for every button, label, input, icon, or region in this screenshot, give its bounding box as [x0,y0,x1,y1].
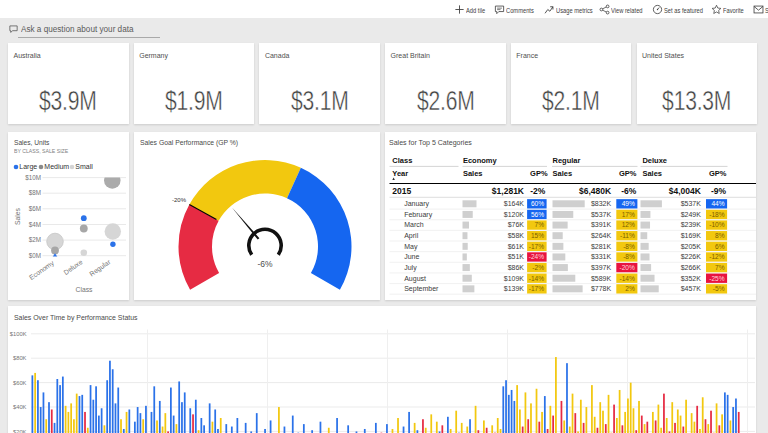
svg-text:Sales: Sales [552,168,572,177]
svg-text:56%: 56% [530,210,543,217]
svg-text:-18%: -18% [709,210,725,217]
svg-text:$40K: $40K [13,404,27,410]
svg-text:April: April [404,232,418,240]
svg-text:$264K: $264K [590,232,611,239]
svg-text:12%: 12% [621,221,634,228]
svg-text:$76K: $76K [507,221,524,228]
svg-text:-20%: -20% [172,196,187,202]
svg-text:-17%: -17% [528,242,544,249]
svg-text:$58K: $58K [507,232,524,239]
svg-text:July: July [404,263,417,271]
svg-text:$778K: $778K [590,285,611,292]
svg-text:GP%: GP% [709,168,727,177]
svg-text:$10M: $10M [25,173,41,180]
svg-text:$60K: $60K [13,379,27,385]
svg-text:-20%: -20% [619,263,635,270]
svg-text:$239K: $239K [680,221,701,228]
svg-text:8%: 8% [715,232,725,239]
svg-text:$2M: $2M [29,236,41,243]
svg-text:-8%: -8% [623,242,635,249]
svg-text:$331K: $331K [590,253,611,260]
svg-text:-6%: -6% [257,258,273,268]
svg-text:6%: 6% [715,242,725,249]
svg-text:-2%: -2% [532,263,544,270]
svg-text:February: February [404,210,433,218]
svg-text:-25%: -25% [709,274,725,281]
svg-text:$249K: $249K [680,210,701,217]
svg-text:Class: Class [76,286,94,293]
svg-text:Economy: Economy [462,155,497,164]
svg-text:August: August [404,274,426,282]
svg-text:-5%: -5% [712,285,724,292]
svg-text:$139K: $139K [503,285,524,292]
svg-text:-8%: -8% [623,253,635,260]
svg-text:-6%: -6% [621,186,637,196]
svg-text:$6,480K: $6,480K [579,186,612,196]
svg-text:$100K: $100K [10,330,27,336]
svg-text:$391K: $391K [590,221,611,228]
svg-text:-11%: -11% [619,232,634,239]
svg-text:Year: Year [392,168,408,177]
svg-text:$205K: $205K [680,242,701,249]
svg-text:Economy: Economy [28,258,56,281]
svg-text:$397K: $397K [590,263,611,270]
svg-text:$120K: $120K [503,210,524,217]
svg-text:GP%: GP% [530,168,548,177]
svg-text:$164K: $164K [503,200,524,207]
svg-text:Sales: Sales [642,168,662,177]
svg-text:$537K: $537K [590,210,611,217]
svg-text:60%: 60% [530,200,543,207]
svg-text:$8M: $8M [29,189,41,196]
svg-text:January: January [404,200,429,208]
svg-text:March: March [404,221,424,228]
svg-text:$457K: $457K [680,285,701,292]
svg-text:Regular: Regular [552,155,580,164]
svg-text:$86K: $86K [507,263,524,270]
svg-text:$0M: $0M [29,251,41,258]
svg-text:2015: 2015 [392,186,411,196]
svg-text:15%: 15% [530,232,543,239]
svg-text:$61K: $61K [507,242,524,249]
svg-text:$832K: $832K [590,200,611,207]
svg-text:$226K: $226K [680,253,701,260]
svg-text:$1,281K: $1,281K [491,186,524,196]
svg-text:GP%: GP% [619,168,637,177]
svg-text:Class: Class [392,155,412,164]
svg-text:May: May [404,242,418,250]
svg-text:-17%: -17% [528,285,544,292]
svg-text:$109K: $109K [503,274,524,281]
svg-text:$20K: $20K [13,428,27,433]
svg-text:-14%: -14% [619,274,635,281]
svg-text:$281K: $281K [590,242,611,249]
svg-text:Deluxe: Deluxe [62,257,84,275]
svg-text:Sales: Sales [14,207,21,225]
svg-text:17%: 17% [621,210,634,217]
svg-text:$352K: $352K [680,274,701,281]
svg-text:2%: 2% [625,285,635,292]
svg-text:September: September [404,285,439,293]
svg-text:$589K: $589K [590,274,611,281]
svg-text:$80K: $80K [13,355,27,361]
svg-text:Deluxe: Deluxe [642,155,667,164]
svg-text:-9%: -9% [710,186,726,196]
svg-text:$266K: $266K [680,263,701,270]
svg-text:-12%: -12% [709,253,725,260]
svg-text:June: June [404,253,419,260]
svg-text:-14%: -14% [528,274,544,281]
svg-text:-2%: -2% [530,186,546,196]
svg-text:7%: 7% [715,263,725,270]
svg-text:-24%: -24% [528,253,544,260]
svg-text:$4M: $4M [29,220,41,227]
svg-text:-10%: -10% [709,221,725,228]
svg-text:Sales: Sales [462,168,482,177]
svg-text:$51K: $51K [507,253,524,260]
svg-text:7%: 7% [534,221,544,228]
svg-text:49%: 49% [621,200,634,207]
svg-text:$4,004K: $4,004K [668,186,701,196]
svg-text:44%: 44% [711,200,724,207]
svg-text:$537K: $537K [680,200,701,207]
svg-text:$6M: $6M [29,205,41,212]
svg-text:Regular: Regular [88,257,113,278]
svg-text:$169K: $169K [680,232,701,239]
